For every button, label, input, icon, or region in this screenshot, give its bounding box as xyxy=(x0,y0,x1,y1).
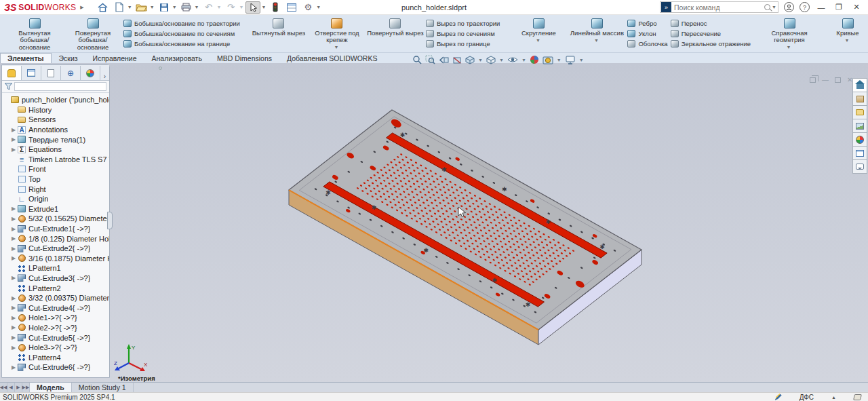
tab-mbd-dimensions[interactable]: MBD Dimensions xyxy=(210,53,279,63)
display-style-icon[interactable] xyxy=(486,56,496,64)
filter-funnel-icon[interactable] xyxy=(5,83,12,90)
tab-элементы[interactable]: Элементы xyxy=(0,53,52,63)
expand-icon[interactable]: ▶ xyxy=(10,226,17,232)
expand-icon[interactable]: ▶ xyxy=(10,235,17,242)
tree-item[interactable]: ▶Hole3->?{ ->?} xyxy=(3,343,109,353)
custom-properties-button[interactable] xyxy=(852,146,867,160)
tab-scroll-prev-icon[interactable]: ◀ xyxy=(7,383,15,392)
expand-icon[interactable]: ▶ xyxy=(10,255,17,261)
tree-item[interactable]: ▶3/32 (0.09375) Diameter Hole1->?{ xyxy=(3,293,109,303)
view-settings-caret-icon[interactable]: ▼ xyxy=(579,58,584,62)
close-button[interactable]: ✕ xyxy=(850,3,863,12)
apply-scene-caret-icon[interactable]: ▼ xyxy=(557,58,561,62)
search-icon[interactable] xyxy=(764,4,770,10)
tree-item[interactable]: ▶Cut-Extrude2{ ->?} xyxy=(3,244,109,254)
tree-filter-input[interactable] xyxy=(14,82,106,91)
minimize-button[interactable]: — xyxy=(815,3,827,12)
design-library-button[interactable] xyxy=(852,92,867,106)
dimxpert-manager-tab[interactable]: ⊕ xyxy=(61,66,81,80)
select-tool-button[interactable] xyxy=(245,1,260,14)
new-caret-icon[interactable]: ▼ xyxy=(127,5,132,9)
display-style-caret-icon[interactable]: ▼ xyxy=(499,58,504,62)
move-button[interactable]: Перенос xyxy=(671,18,751,28)
previous-view-icon[interactable] xyxy=(439,56,449,64)
curves-button[interactable]: Кривые▼ xyxy=(818,16,868,51)
fm-tabs-overflow-icon[interactable]: › xyxy=(100,73,109,80)
settings-caret-icon[interactable]: ▼ xyxy=(316,5,321,9)
view-palette-button[interactable] xyxy=(852,119,867,133)
panel-splitter-handle[interactable] xyxy=(107,212,113,229)
search-input[interactable] xyxy=(674,3,764,12)
tab-scroll-next-icon[interactable]: ▶ xyxy=(15,383,22,392)
tree-item[interactable]: Right xyxy=(3,184,109,194)
tree-item[interactable]: Front xyxy=(3,164,109,174)
restore-button[interactable]: ❐ xyxy=(833,3,845,12)
panel-collapse-dot[interactable] xyxy=(159,66,162,70)
tab-scroll-last-icon[interactable]: ▶▶ xyxy=(22,383,30,392)
tree-item[interactable]: History xyxy=(3,105,109,115)
cut-boundary-button[interactable]: Вырез по границе xyxy=(426,39,500,49)
save-caret-icon[interactable]: ▼ xyxy=(172,5,177,9)
configuration-manager-tab[interactable] xyxy=(41,66,61,80)
tree-item[interactable]: ▶Cut-Extrude1{ ->?} xyxy=(3,224,109,234)
view-orientation-caret-icon[interactable]: ▼ xyxy=(478,58,483,62)
reference-geometry-caret-icon[interactable]: ▼ xyxy=(787,44,791,52)
new-document-button[interactable] xyxy=(112,1,127,14)
hide-show-caret-icon[interactable]: ▼ xyxy=(521,58,526,62)
search-caret-icon[interactable]: ▼ xyxy=(772,5,776,9)
cascade-icon[interactable] xyxy=(810,77,816,83)
model-tab[interactable]: Модель xyxy=(30,383,72,392)
expand-icon[interactable]: ▶ xyxy=(10,295,17,301)
tree-item[interactable]: ▶Hole1->?{ ->?} xyxy=(3,313,109,323)
tab-добавления-solidworks[interactable]: Добавления SOLIDWORKS xyxy=(279,53,384,63)
tree-item[interactable]: ▶ΣEquations xyxy=(3,145,109,155)
tree-item[interactable]: LPattern2 xyxy=(3,283,109,293)
linear-pattern-button[interactable]: Линейный массив▼ xyxy=(568,16,626,51)
open-button[interactable] xyxy=(134,1,149,14)
boss-sweep-button[interactable]: Бобышка/основание по траектории xyxy=(123,18,240,28)
select-caret-icon[interactable]: ▼ xyxy=(261,5,266,9)
expand-icon[interactable]: ▶ xyxy=(10,275,17,281)
featuremanager-tree-tab[interactable] xyxy=(2,66,22,80)
file-explorer-button[interactable] xyxy=(852,105,867,119)
cut-sweep-button[interactable]: Вырез по траектории xyxy=(426,18,500,28)
cut-extrude-button[interactable]: Вытянутый вырез xyxy=(250,16,308,51)
display-manager-tab[interactable] xyxy=(81,66,100,80)
tree-item[interactable]: ▶Cut-Extrude3{ ->?} xyxy=(3,273,109,284)
command-search[interactable]: » ▼ xyxy=(660,1,778,13)
cut-revolve-button[interactable]: Повернутый вырез xyxy=(366,16,425,51)
tab-исправление[interactable]: Исправление xyxy=(85,53,144,63)
interference-light-icon[interactable] xyxy=(268,1,283,14)
tree-item[interactable]: ▶Твердые тела(1) xyxy=(3,134,109,145)
cut-loft-button[interactable]: Вырез по сечениям xyxy=(426,28,500,39)
punch-holder-model[interactable]: ✱✱✱✱✱✱✱✱✱✱ xyxy=(111,63,852,382)
expand-icon[interactable]: ▶ xyxy=(10,305,17,311)
view-settings-icon[interactable] xyxy=(565,56,576,64)
intersect-button[interactable]: Пересечение xyxy=(671,28,751,39)
expand-icon[interactable]: ▶ xyxy=(10,315,17,321)
boss-boundary-button[interactable]: Бобышка/основание на границе xyxy=(123,39,240,49)
redo-button[interactable]: ↷ xyxy=(223,1,238,14)
doc-maximize-icon[interactable] xyxy=(835,77,841,83)
tree-item[interactable]: ▶Cut-Extrude6{ ->?} xyxy=(3,362,109,373)
tree-item[interactable]: Top xyxy=(3,174,109,185)
linear-pattern-caret-icon[interactable]: ▼ xyxy=(594,37,599,45)
expand-icon[interactable]: ▶ xyxy=(10,147,17,153)
tree-item[interactable]: LPattern1 xyxy=(3,263,109,273)
taskpane-home-button[interactable] xyxy=(852,78,867,92)
rib-button[interactable]: Ребро xyxy=(627,18,667,28)
zoom-to-area-icon[interactable] xyxy=(425,55,435,64)
mirror-button[interactable]: Зеркальное отражение xyxy=(671,39,751,49)
tree-item[interactable]: ≡Timken Latrobe TLS S7 Tool Steel xyxy=(3,155,109,165)
tree-item[interactable]: ▶Hole2->?{ ->?} xyxy=(3,323,109,333)
edit-appearance-icon[interactable] xyxy=(530,55,539,64)
tab-эскиз[interactable]: Эскиз xyxy=(52,53,85,63)
apply-scene-icon[interactable] xyxy=(542,56,553,64)
hole-wizard-button[interactable]: Отверстие под крепеж▼ xyxy=(308,16,366,51)
expand-icon[interactable]: ▶ xyxy=(10,216,17,222)
expand-icon[interactable]: ▶ xyxy=(10,335,17,341)
settings-gear-button[interactable]: ⚙ xyxy=(300,1,315,14)
tree-root-item[interactable]: punch_holder ("punch_holder" Defau xyxy=(3,95,109,105)
tree-item[interactable]: ▶Cut-Extrude5{ ->?} xyxy=(3,332,109,343)
undo-button[interactable]: ↶ xyxy=(201,1,216,14)
